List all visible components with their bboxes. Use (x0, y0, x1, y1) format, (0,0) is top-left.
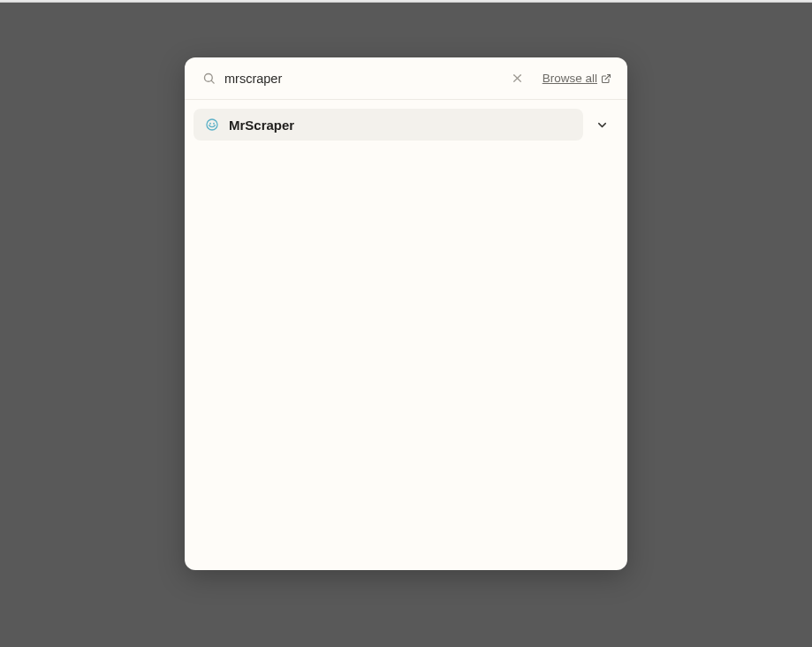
browse-all-label: Browse all (543, 72, 597, 85)
window-top-edge (0, 0, 812, 4)
search-modal: Browse all (185, 57, 627, 570)
external-link-icon (601, 73, 611, 84)
results-list: MrScraper (185, 100, 627, 570)
result-row: MrScraper (194, 109, 618, 141)
svg-point-6 (210, 123, 211, 124)
browse-all-link[interactable]: Browse all (543, 72, 611, 85)
app-icon (204, 117, 220, 133)
svg-line-1 (211, 80, 214, 83)
svg-point-5 (207, 119, 217, 130)
svg-line-4 (605, 74, 611, 80)
search-header-row: Browse all (185, 57, 627, 100)
result-label: MrScraper (229, 118, 294, 133)
search-icon (202, 72, 216, 85)
clear-search-button[interactable] (510, 71, 525, 86)
result-item-mrscraper[interactable]: MrScraper (194, 109, 583, 141)
expand-result-button[interactable] (590, 113, 613, 136)
svg-point-7 (214, 123, 215, 124)
search-input[interactable] (224, 72, 501, 86)
